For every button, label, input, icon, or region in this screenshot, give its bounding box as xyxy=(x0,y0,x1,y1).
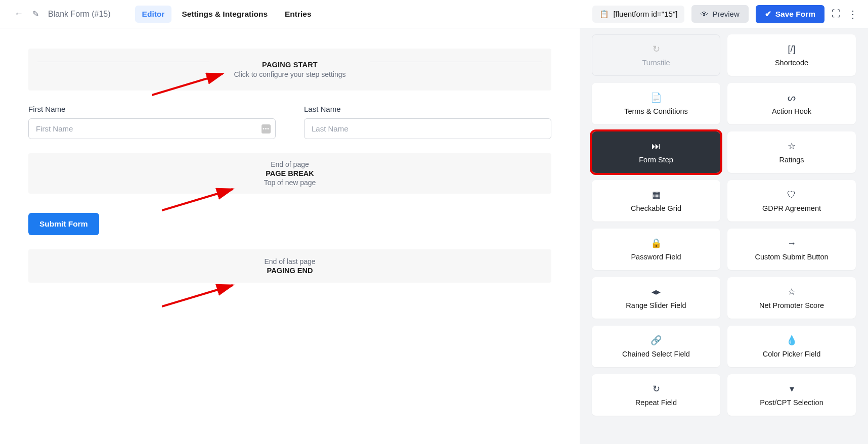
page-break-title: PAGE BREAK xyxy=(37,169,542,177)
field-card-label: Password Field xyxy=(631,253,681,261)
field-options-icon[interactable]: ••• xyxy=(262,124,271,134)
paging-start-sub: Click to configure your step settings xyxy=(37,70,542,78)
post-cpt-selection-icon: ▾ xyxy=(790,383,794,394)
password-field-icon: 🔒 xyxy=(650,238,662,249)
action-hook-icon: ᔕ xyxy=(788,92,796,103)
page-break-bottom: Top of new page xyxy=(37,179,542,187)
preview-button[interactable]: 👁 Preview xyxy=(691,5,748,23)
field-card-repeat-field[interactable]: ↻Repeat Field xyxy=(592,374,720,416)
shortcode-box[interactable]: 📋 [fluentform id="15"] xyxy=(592,6,684,23)
svg-line-0 xyxy=(152,74,223,95)
first-name-label: First Name xyxy=(28,105,276,113)
paging-end-title: PAGING END xyxy=(37,267,542,275)
field-card-label: Color Picker Field xyxy=(763,350,820,358)
top-tabs: Editor Settings & Integrations Entries xyxy=(135,6,319,23)
topbar: ← ✎ Blank Form (#15) Editor Settings & I… xyxy=(0,0,868,28)
ratings-icon: ☆ xyxy=(788,141,796,152)
field-card-password-field[interactable]: 🔒Password Field xyxy=(592,229,720,270)
field-card-label: Net Promoter Score xyxy=(759,301,824,309)
field-card-custom-submit-button[interactable]: →Custom Submit Button xyxy=(727,229,856,270)
field-card-label: Repeat Field xyxy=(635,398,677,407)
repeat-field-icon: ↻ xyxy=(653,383,660,394)
field-card-ratings[interactable]: ☆Ratings xyxy=(727,131,856,173)
paging-start-block[interactable]: PAGING START Click to configure your ste… xyxy=(28,49,551,91)
field-card-label: Post/CPT Selection xyxy=(760,398,823,407)
field-card-label: GDPR Agreement xyxy=(762,204,821,212)
annotation-arrow-1 xyxy=(152,70,233,100)
more-icon[interactable]: ⋮ xyxy=(848,8,858,20)
pencil-icon[interactable]: ✎ xyxy=(32,9,39,19)
field-card-terms-conditions[interactable]: 📄Terms & Conditions xyxy=(592,83,720,124)
first-name-field[interactable]: First Name ••• xyxy=(28,105,276,139)
first-name-input[interactable] xyxy=(28,118,276,139)
eye-icon: 👁 xyxy=(701,10,708,18)
last-name-input[interactable] xyxy=(304,118,551,139)
field-card-form-step[interactable]: ⏭Form Step xyxy=(592,131,720,173)
check-icon: ✔ xyxy=(765,10,771,19)
fields-panel: ↻Turnstile[/]Shortcode📄Terms & Condition… xyxy=(580,28,868,444)
field-card-label: Turnstile xyxy=(642,59,670,67)
turnstile-icon: ↻ xyxy=(653,43,660,55)
field-card-turnstile: ↻Turnstile xyxy=(592,34,720,76)
form-step-icon: ⏭ xyxy=(652,141,661,152)
checkable-grid-icon: ▦ xyxy=(652,189,661,200)
field-card-label: Shortcode xyxy=(775,59,808,67)
page-break-block[interactable]: End of page PAGE BREAK Top of new page xyxy=(28,153,551,194)
field-card-shortcode[interactable]: [/]Shortcode xyxy=(727,34,856,76)
page-break-top: End of page xyxy=(37,160,542,168)
tab-editor[interactable]: Editor xyxy=(135,6,172,23)
field-card-gdpr-agreement[interactable]: 🛡GDPR Agreement xyxy=(727,180,856,221)
color-picker-field-icon: 💧 xyxy=(786,335,797,346)
field-card-label: Terms & Conditions xyxy=(624,107,688,115)
field-card-label: Range Slider Field xyxy=(626,301,686,309)
tab-settings[interactable]: Settings & Integrations xyxy=(175,6,275,23)
canvas: PAGING START Click to configure your ste… xyxy=(0,28,580,444)
svg-line-2 xyxy=(162,285,233,306)
field-card-color-picker-field[interactable]: 💧Color Picker Field xyxy=(727,326,856,367)
field-card-action-hook[interactable]: ᔕAction Hook xyxy=(727,83,856,124)
field-card-range-slider-field[interactable]: ◂▸Range Slider Field xyxy=(592,277,720,319)
gdpr-agreement-icon: 🛡 xyxy=(787,190,796,200)
svg-line-1 xyxy=(162,189,233,210)
chained-select-field-icon: 🔗 xyxy=(650,335,662,346)
field-card-label: Chained Select Field xyxy=(622,350,690,358)
range-slider-field-icon: ◂▸ xyxy=(652,286,661,297)
terms-conditions-icon: 📄 xyxy=(650,92,662,103)
form-title: Blank Form (#15) xyxy=(48,10,111,19)
save-button[interactable]: ✔ Save Form xyxy=(756,5,824,23)
field-card-chained-select-field[interactable]: 🔗Chained Select Field xyxy=(592,326,720,367)
save-label: Save Form xyxy=(775,10,815,19)
tab-entries[interactable]: Entries xyxy=(278,6,319,23)
paging-start-title: PAGING START xyxy=(37,61,542,69)
paging-end-block[interactable]: End of last page PAGING END xyxy=(28,249,551,283)
submit-button[interactable]: Submit Form xyxy=(28,213,99,235)
annotation-arrow-2 xyxy=(162,185,243,215)
annotation-arrow-3 xyxy=(162,281,243,312)
shortcode-text: [fluentform id="15"] xyxy=(613,10,677,18)
shortcode-icon: [/] xyxy=(788,44,795,55)
custom-submit-button-icon: → xyxy=(787,238,796,249)
last-name-field[interactable]: Last Name xyxy=(304,105,551,139)
copy-icon: 📋 xyxy=(599,10,609,19)
net-promoter-score-icon: ☆ xyxy=(788,286,796,297)
preview-label: Preview xyxy=(712,10,739,18)
field-card-label: Checkable Grid xyxy=(631,204,681,212)
expand-icon[interactable]: ⛶ xyxy=(832,9,841,19)
field-card-label: Form Step xyxy=(639,156,673,164)
field-card-net-promoter-score[interactable]: ☆Net Promoter Score xyxy=(727,277,856,319)
back-icon[interactable]: ← xyxy=(14,9,23,19)
field-card-label: Custom Submit Button xyxy=(755,253,828,261)
paging-end-top: End of last page xyxy=(37,257,542,265)
field-card-label: Ratings xyxy=(779,156,804,164)
field-card-label: Action Hook xyxy=(772,107,811,115)
last-name-label: Last Name xyxy=(304,105,551,113)
field-card-checkable-grid[interactable]: ▦Checkable Grid xyxy=(592,180,720,221)
field-card-post-cpt-selection[interactable]: ▾Post/CPT Selection xyxy=(727,374,856,416)
